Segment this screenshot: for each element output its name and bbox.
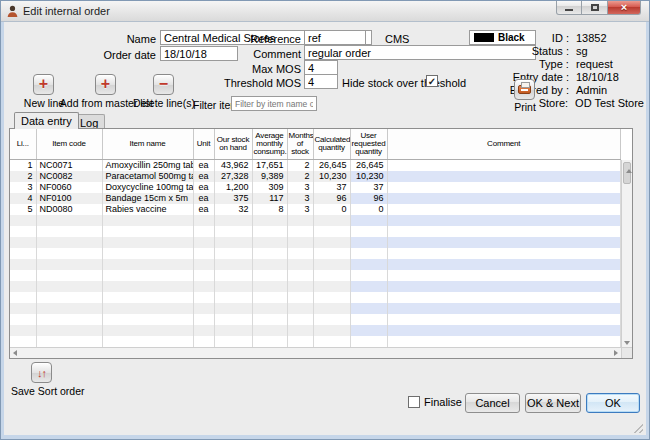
order-date-input[interactable] bbox=[160, 46, 238, 61]
empty-cell bbox=[36, 215, 102, 226]
cell-name[interactable]: Doxycycline 100mg tab bbox=[102, 182, 193, 193]
cell-calc[interactable]: 96 bbox=[313, 193, 350, 204]
cell-amc[interactable]: 17,651 bbox=[252, 159, 287, 171]
cell-calc[interactable]: 0 bbox=[313, 204, 350, 215]
cell-user[interactable]: 26,645 bbox=[350, 159, 387, 171]
hide-stock-checkbox[interactable] bbox=[426, 75, 438, 87]
cell-stock[interactable]: 43,962 bbox=[214, 159, 252, 171]
cell-stock[interactable]: 27,328 bbox=[214, 171, 252, 182]
close-button[interactable]: × bbox=[607, 0, 641, 15]
ok-next-button[interactable]: OK & Next bbox=[525, 393, 581, 413]
app-icon bbox=[6, 5, 19, 18]
cell-stock[interactable]: 1,200 bbox=[214, 182, 252, 193]
maximize-icon bbox=[591, 4, 599, 11]
max-mos-input[interactable] bbox=[304, 60, 338, 75]
max-mos-label: Max MOS bbox=[229, 63, 301, 75]
title-bar[interactable]: Edit internal order × bbox=[1, 1, 649, 22]
cell-user[interactable]: 96 bbox=[350, 193, 387, 204]
empty-cell bbox=[313, 226, 350, 237]
column-header-months[interactable]: Months of stock bbox=[287, 129, 313, 159]
cell-calc[interactable]: 26,645 bbox=[313, 159, 350, 171]
cell-calc[interactable]: 10,230 bbox=[313, 171, 350, 182]
column-header-amc[interactable]: Average monthly consump.. bbox=[252, 129, 287, 159]
empty-cell bbox=[252, 336, 287, 347]
column-header-unit[interactable]: Unit bbox=[193, 129, 214, 159]
cell-amc[interactable]: 309 bbox=[252, 182, 287, 193]
cell-name[interactable]: Paracetamol 500mg tabs bbox=[102, 171, 193, 182]
empty-cell bbox=[36, 248, 102, 259]
delete-lines-label: Delete line(s) bbox=[130, 97, 198, 109]
reference-input[interactable] bbox=[304, 30, 366, 45]
empty-cell bbox=[350, 336, 387, 347]
cell-unit[interactable]: ea bbox=[193, 171, 214, 182]
cell-code[interactable]: ND0080 bbox=[36, 204, 102, 215]
cell-months[interactable]: 3 bbox=[287, 204, 313, 215]
empty-cell bbox=[214, 215, 252, 226]
cell-amc[interactable]: 8 bbox=[252, 204, 287, 215]
empty-cell bbox=[10, 259, 36, 270]
add-from-master-list-button[interactable]: + bbox=[95, 74, 116, 95]
cell-name[interactable]: Amoxycillin 250mg tabs bbox=[102, 159, 193, 171]
cell-months[interactable]: 3 bbox=[287, 182, 313, 193]
cell-code[interactable]: NC0082 bbox=[36, 171, 102, 182]
empty-cell bbox=[214, 226, 252, 237]
cell-unit[interactable]: ea bbox=[193, 159, 214, 171]
cell-comment[interactable] bbox=[387, 159, 621, 171]
column-header-comment[interactable]: Comment bbox=[387, 129, 621, 159]
vertical-scrollbar[interactable] bbox=[621, 160, 632, 347]
cell-user[interactable]: 37 bbox=[350, 182, 387, 193]
cell-line[interactable]: 4 bbox=[10, 193, 36, 204]
save-sort-order-button[interactable]: ↓↑ bbox=[31, 362, 52, 383]
cell-comment[interactable] bbox=[387, 182, 621, 193]
empty-cell bbox=[36, 292, 102, 303]
threshold-mos-input[interactable] bbox=[304, 74, 338, 89]
cell-line[interactable]: 3 bbox=[10, 182, 36, 193]
column-header-line[interactable]: Li... bbox=[10, 129, 36, 159]
cell-amc[interactable]: 117 bbox=[252, 193, 287, 204]
column-header-code[interactable]: Item code bbox=[36, 129, 102, 159]
column-header-user[interactable]: User requested quantity bbox=[350, 129, 387, 159]
cell-unit[interactable]: ea bbox=[193, 182, 214, 193]
print-button[interactable] bbox=[514, 79, 535, 100]
cell-unit[interactable]: ea bbox=[193, 193, 214, 204]
cell-months[interactable]: 2 bbox=[287, 171, 313, 182]
ok-button[interactable]: OK bbox=[586, 393, 640, 413]
cell-stock[interactable]: 32 bbox=[214, 204, 252, 215]
cancel-button[interactable]: Cancel bbox=[465, 393, 520, 413]
empty-cell bbox=[214, 259, 252, 270]
scroll-left-icon bbox=[13, 350, 17, 356]
delete-lines-button[interactable]: − bbox=[153, 74, 174, 95]
cell-months[interactable]: 3 bbox=[287, 193, 313, 204]
column-header-name[interactable]: Item name bbox=[102, 129, 193, 159]
horizontal-scrollbar[interactable] bbox=[10, 347, 621, 358]
cell-user[interactable]: 0 bbox=[350, 204, 387, 215]
filter-items-input[interactable] bbox=[231, 96, 317, 111]
cell-amc[interactable]: 9,389 bbox=[252, 171, 287, 182]
cell-stock[interactable]: 375 bbox=[214, 193, 252, 204]
column-header-stock[interactable]: Our stock on hand bbox=[214, 129, 252, 159]
cell-months[interactable]: 2 bbox=[287, 159, 313, 171]
cell-line[interactable]: 1 bbox=[10, 159, 36, 171]
minimize-button[interactable] bbox=[556, 0, 582, 15]
cell-code[interactable]: NF0100 bbox=[36, 193, 102, 204]
finalise-checkbox[interactable] bbox=[408, 396, 420, 408]
resize-grip[interactable] bbox=[633, 423, 643, 433]
cell-comment[interactable] bbox=[387, 171, 621, 182]
new-line-button[interactable]: + bbox=[33, 74, 54, 95]
cell-code[interactable]: NF0060 bbox=[36, 182, 102, 193]
plus-icon: + bbox=[101, 76, 110, 92]
cell-user[interactable]: 10,230 bbox=[350, 171, 387, 182]
cell-name[interactable]: Rabies vaccine bbox=[102, 204, 193, 215]
vscroll-thumb[interactable] bbox=[623, 162, 631, 184]
maximize-button[interactable] bbox=[582, 0, 607, 15]
cell-name[interactable]: Bandage 15cm x 5m bbox=[102, 193, 193, 204]
cell-line[interactable]: 5 bbox=[10, 204, 36, 215]
cell-comment[interactable] bbox=[387, 193, 621, 204]
column-header-calc[interactable]: Calculated quantity bbox=[313, 129, 350, 159]
cell-code[interactable]: NC0071 bbox=[36, 159, 102, 171]
cell-calc[interactable]: 37 bbox=[313, 182, 350, 193]
cell-unit[interactable]: ea bbox=[193, 204, 214, 215]
tab-data-entry[interactable]: Data entry bbox=[14, 112, 79, 129]
cell-line[interactable]: 2 bbox=[10, 171, 36, 182]
cell-comment[interactable] bbox=[387, 204, 621, 215]
